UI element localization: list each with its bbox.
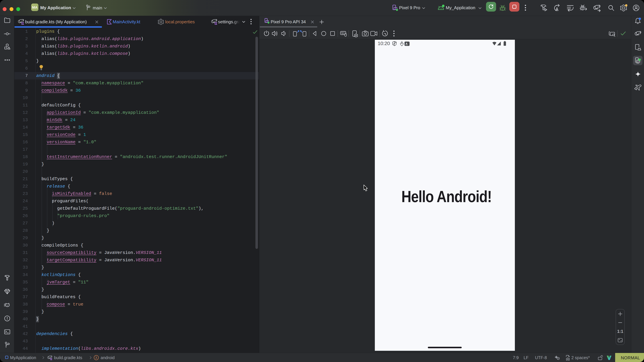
svg-text:λ: λ (96, 356, 97, 360)
svg-text:A: A (406, 42, 408, 45)
